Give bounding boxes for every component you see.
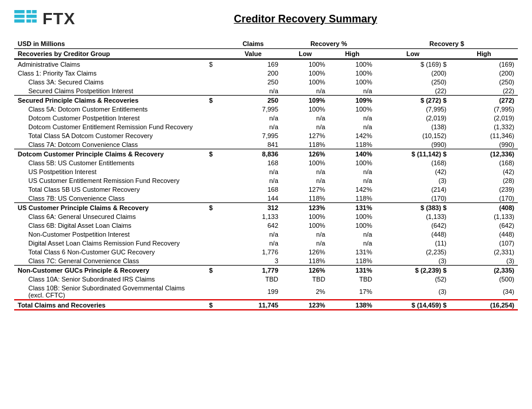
row-claims-value: 3: [225, 256, 282, 266]
row-claims-value: 250: [225, 96, 282, 105]
row-recovery-dollar-symbol: (168): [376, 158, 450, 167]
row-recovery-pct-low: n/a: [282, 238, 329, 247]
row-recovery-dollar-high: (642): [450, 221, 518, 230]
row-recovery-dollar-symbol: (10,152): [376, 131, 450, 140]
row-recovery-pct-high: n/a: [329, 167, 376, 176]
row-recovery-pct-low: 127%: [282, 185, 329, 194]
row-recovery-pct-low: 126%: [282, 247, 329, 256]
table-row: Class 6A: General Unsecured Claims1,1331…: [14, 212, 518, 221]
row-recovery-dollar-high: (408): [450, 203, 518, 212]
row-currency-symbol: [206, 131, 225, 140]
claims-header: Claims: [225, 39, 282, 49]
row-recovery-dollar-high: (11,346): [450, 131, 518, 140]
row-recovery-dollar-high: (107): [450, 238, 518, 247]
subtotal-row: Non-Customer GUCs Principle & Recovery$1…: [14, 266, 518, 275]
row-label: Class 10A: Senior Subordinated IRS Claim…: [14, 274, 206, 283]
row-label: Digital Asset Loan Claims Remission Fund…: [14, 238, 206, 247]
high-rec-col-header: High: [450, 49, 518, 60]
row-recovery-pct-low: 100%: [282, 221, 329, 230]
row-label: Total Class 5B US Customer Recovery: [14, 185, 206, 194]
row-claims-value: TBD: [225, 274, 282, 283]
row-label: Total Class 6 Non-Customer GUC Recovery: [14, 247, 206, 256]
row-recovery-dollar-symbol: (1,133): [376, 212, 450, 221]
row-label: Secured Claims Postpetition Interest: [14, 86, 206, 96]
row-recovery-dollar-high: (990): [450, 140, 518, 149]
row-claims-value: 312: [225, 203, 282, 212]
row-recovery-pct-high: n/a: [329, 230, 376, 238]
subtotal-row: Secured Principle Claims & Recoveries$25…: [14, 96, 518, 105]
row-recovery-pct-high: 142%: [329, 185, 376, 194]
row-recovery-pct-low: 123%: [282, 203, 329, 212]
row-recovery-dollar-high: (200): [450, 68, 518, 77]
row-recovery-pct-low: 100%: [282, 212, 329, 221]
row-recovery-pct-low: 123%: [282, 300, 329, 310]
row-recovery-pct-low: n/a: [282, 122, 329, 131]
row-recovery-dollar-high: (250): [450, 77, 518, 86]
row-recovery-dollar-high: (34): [450, 283, 518, 300]
row-recovery-pct-high: 100%: [329, 221, 376, 230]
row-recovery-pct-high: n/a: [329, 176, 376, 185]
row-claims-value: 642: [225, 221, 282, 230]
row-recovery-dollar-high: (448): [450, 230, 518, 238]
row-currency-symbol: [206, 274, 225, 283]
row-label: US Postpetition Interest: [14, 167, 206, 176]
row-recovery-pct-low: 100%: [282, 68, 329, 77]
row-label: Class 10B: Senior Subordinated Governmen…: [14, 283, 206, 300]
high-pct-col-header: High: [329, 49, 376, 60]
row-recovery-dollar-high: (2,335): [450, 266, 518, 275]
row-recovery-dollar-symbol: (3): [376, 283, 450, 300]
row-recovery-dollar-symbol: (7,995): [376, 104, 450, 113]
row-currency-symbol: [206, 77, 225, 86]
table-row: Class 6B: Digital Asset Loan Claims64210…: [14, 221, 518, 230]
table-row: Class 10B: Senior Subordinated Governmen…: [14, 283, 518, 300]
row-claims-value: 169: [225, 59, 282, 68]
row-recovery-pct-low: 126%: [282, 149, 329, 159]
row-recovery-dollar-high: (28): [450, 176, 518, 185]
row-recovery-dollar-high: (239): [450, 185, 518, 194]
row-claims-value: 1,779: [225, 266, 282, 275]
value-col-header: Value: [225, 49, 282, 60]
row-recovery-pct-high: n/a: [329, 86, 376, 96]
row-currency-symbol: $: [206, 266, 225, 275]
row-currency-symbol: [206, 176, 225, 185]
row-recovery-pct-high: 109%: [329, 96, 376, 105]
low-pct-col-header: Low: [282, 49, 329, 60]
row-recovery-dollar-high: (1,133): [450, 212, 518, 221]
row-recovery-pct-low: 118%: [282, 256, 329, 266]
row-recovery-dollar-symbol: $ (383) $: [376, 203, 450, 212]
row-claims-value: 1,133: [225, 212, 282, 221]
row-recovery-pct-high: 100%: [329, 104, 376, 113]
row-recovery-dollar-high: (22): [450, 86, 518, 96]
row-label: Class 3A: Secured Claims: [14, 77, 206, 86]
row-currency-symbol: [206, 167, 225, 176]
row-recovery-dollar-symbol: (200): [376, 68, 450, 77]
row-label: Dotcom Customer Postpetition Interest: [14, 113, 206, 122]
row-recovery-pct-low: n/a: [282, 176, 329, 185]
row-recovery-dollar-symbol: $ (2,239) $: [376, 266, 450, 275]
row-label: Administrative Claims: [14, 59, 206, 68]
row-recovery-pct-low: 126%: [282, 266, 329, 275]
row-recovery-dollar-symbol: (642): [376, 221, 450, 230]
row-currency-symbol: [206, 122, 225, 131]
table-row: Class 1: Priority Tax Claims200100%100%(…: [14, 68, 518, 77]
row-recovery-dollar-high: (500): [450, 274, 518, 283]
row-recovery-pct-low: 100%: [282, 104, 329, 113]
row-recovery-dollar-symbol: (11): [376, 238, 450, 247]
row-recovery-dollar-symbol: (138): [376, 122, 450, 131]
row-currency-symbol: $: [206, 149, 225, 159]
subtotal-row: Dotcom Customer Principle Claims & Recov…: [14, 149, 518, 159]
row-recovery-pct-low: 118%: [282, 140, 329, 149]
row-recovery-pct-low: n/a: [282, 167, 329, 176]
row-label: Class 6B: Digital Asset Loan Claims: [14, 221, 206, 230]
table-row: Class 5A: Dotcom Customer Entitlements7,…: [14, 104, 518, 113]
row-recovery-pct-low: 109%: [282, 96, 329, 105]
row-recovery-dollar-high: (16,254): [450, 300, 518, 310]
row-label: Class 1: Priority Tax Claims: [14, 68, 206, 77]
row-currency-symbol: [206, 283, 225, 300]
row-currency-symbol: $: [206, 96, 225, 105]
row-claims-value: 200: [225, 68, 282, 77]
dollar-spacer: [206, 49, 225, 60]
row-claims-value: 841: [225, 140, 282, 149]
table-row: Class 3A: Secured Claims250100%100%(250)…: [14, 77, 518, 86]
row-label: Non-Customer Postpetition Interest: [14, 230, 206, 238]
